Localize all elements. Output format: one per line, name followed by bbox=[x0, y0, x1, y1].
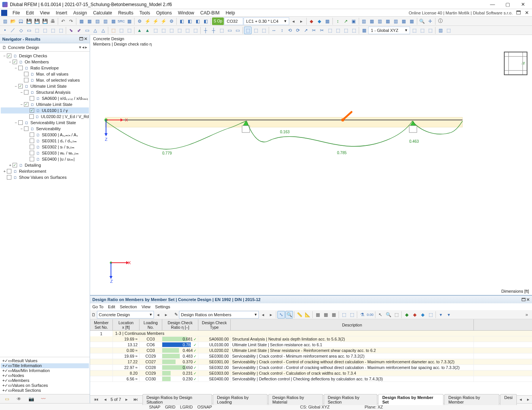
nb3-icon[interactable]: 📷 bbox=[27, 395, 35, 403]
navigator-tree[interactable]: −✓🗋Design Checks−✓🗋On Members−🗋Ratio Env… bbox=[0, 52, 90, 357]
tree-item[interactable]: 🗋SE0400 | |u / uₗᵢₘ| bbox=[1, 156, 89, 162]
undo-icon[interactable]: ↶ bbox=[59, 17, 67, 25]
rt-menu-go-to[interactable]: Go To bbox=[92, 304, 103, 309]
t2-icon[interactable]: ◧ bbox=[186, 17, 193, 25]
tree-item[interactable]: −✓🗋Design Checks bbox=[1, 53, 89, 59]
info-icon[interactable]: ⓘ bbox=[437, 17, 444, 25]
c2-icon[interactable]: ⬚ bbox=[418, 27, 426, 34]
tree-item[interactable]: 🗋Max. of selected values bbox=[1, 77, 89, 83]
table-row[interactable]: 13.12CO60.785✓UL0100.00Ultimate Limit St… bbox=[90, 342, 532, 348]
tree-item[interactable]: 🗋Show Values on Surfaces bbox=[1, 174, 89, 180]
nav-bottom-item[interactable]: +✓▭Result Values bbox=[1, 358, 89, 363]
m3-icon[interactable]: ⟲ bbox=[286, 27, 294, 34]
table-row[interactable]: 0.00 ≈CO30.464✓UL0200.02Ultimate Limit S… bbox=[90, 348, 532, 353]
nav-bottom-item[interactable]: +✓▭Max/Min Information bbox=[1, 368, 89, 373]
n6-icon[interactable]: ⬚ bbox=[41, 27, 49, 34]
navigator-type-combo[interactable]: 🗋Concrete Design ▾◂▸ bbox=[0, 43, 90, 52]
mdi-close-button[interactable]: ✕ bbox=[522, 9, 531, 17]
rtb10-icon[interactable]: ⚗ bbox=[358, 311, 366, 319]
k7-icon[interactable]: ⬚ bbox=[252, 27, 260, 34]
sop-button[interactable]: S Op bbox=[212, 17, 224, 25]
new-icon[interactable]: ▥ bbox=[1, 17, 9, 25]
view7-icon[interactable]: ▦ bbox=[125, 17, 133, 25]
rt-combo2[interactable]: Design Ratios on Members▾ bbox=[179, 311, 259, 319]
menu-window[interactable]: Window bbox=[175, 9, 197, 16]
column-header[interactable]: LoadingNo. bbox=[139, 319, 162, 330]
rtb1-icon[interactable]: ⤡ bbox=[277, 311, 285, 319]
t1-icon[interactable]: ◧ bbox=[178, 17, 185, 25]
view5-icon[interactable]: ▦ bbox=[109, 17, 117, 25]
bottom-tab[interactable]: Design Ratios by Design Situation bbox=[142, 394, 212, 405]
n3-icon[interactable]: ◇ bbox=[17, 27, 25, 34]
rtb-overflow-icon[interactable]: » bbox=[523, 311, 530, 319]
m9-icon[interactable]: ⬚ bbox=[334, 27, 342, 34]
nav-bottom-item[interactable]: +✓▭Values on Surfaces bbox=[1, 383, 89, 388]
m5-icon[interactable]: ↗ bbox=[302, 27, 310, 34]
nav-next-icon[interactable]: ▸ bbox=[85, 45, 87, 50]
s7-icon[interactable]: ⬚ bbox=[184, 27, 191, 34]
m8-icon[interactable]: ⬚ bbox=[326, 27, 334, 34]
table-row[interactable]: 17.22CO270.370✓SE0301.00Serviceability |… bbox=[90, 359, 532, 365]
rtb8-icon[interactable]: ⬚ bbox=[340, 311, 348, 319]
d3-icon[interactable]: ▥ bbox=[376, 17, 384, 25]
m4-icon[interactable]: ⟳ bbox=[294, 27, 302, 34]
menu-view[interactable]: View bbox=[37, 9, 53, 16]
prev-icon[interactable]: ◂ bbox=[290, 17, 297, 25]
tree-item[interactable]: −🗋Ratio Envelope bbox=[1, 65, 89, 71]
nav-bottom-item[interactable]: +✓▭Result Sections bbox=[1, 388, 89, 393]
tree-item[interactable]: ✓🗋UL0100 | 1 / γ bbox=[1, 107, 89, 114]
tree-item[interactable]: 🗋SA0600 | x/dₑₓᵢₛₜ / x/dₗᵢₘᵢₜ bbox=[1, 95, 89, 101]
d4-icon[interactable]: ▦ bbox=[384, 17, 392, 25]
nb1-icon[interactable]: ▭ bbox=[3, 395, 11, 403]
nav-prev-icon[interactable]: ◂ bbox=[82, 45, 84, 50]
tabs-scroll-right-icon[interactable]: ▸ bbox=[524, 396, 532, 403]
rt-dock-icon[interactable]: 🗖 bbox=[521, 297, 526, 302]
view1-icon[interactable]: ▦ bbox=[78, 17, 85, 25]
calc4-icon[interactable]: ⚡ bbox=[160, 17, 167, 25]
column-header[interactable]: Design CheckRatio η [–] bbox=[162, 319, 198, 330]
o1-icon[interactable]: ⬚ bbox=[109, 27, 117, 34]
k2-icon[interactable]: ┼ bbox=[210, 27, 217, 34]
d7-icon[interactable]: ▦ bbox=[408, 17, 416, 25]
rtb4-icon[interactable]: 📐 bbox=[304, 311, 311, 319]
bottom-tab[interactable]: Design Ratios by Loading bbox=[213, 394, 268, 405]
k5-icon[interactable]: ▭ bbox=[234, 27, 241, 34]
k1-icon[interactable]: ┼ bbox=[202, 27, 209, 34]
calc5-icon[interactable]: ⚙ bbox=[168, 17, 175, 25]
tree-item[interactable]: 🗋SE0302 | sₗ / sₗ,ₗᵢₘ bbox=[1, 144, 89, 150]
rt-menu-edit[interactable]: Edit bbox=[108, 304, 115, 309]
s5-icon[interactable]: ⬚ bbox=[168, 27, 175, 34]
rtb16-icon[interactable]: ◆ bbox=[411, 311, 418, 319]
rtb19-icon[interactable]: ▾ bbox=[437, 311, 445, 319]
nb2-icon[interactable]: 👁 bbox=[15, 395, 23, 403]
s8-icon[interactable]: ⬚ bbox=[192, 27, 199, 34]
table-row[interactable]: 19.69 ≈CO30.681✓SA0600.00Structural Anal… bbox=[90, 336, 532, 342]
tree-item[interactable]: 🗋SE0301 | dₛ / dₛ,ₗᵢₘ bbox=[1, 138, 89, 144]
mdi-restore-button[interactable]: 🗖 bbox=[514, 9, 522, 17]
menu-insert[interactable]: Insert bbox=[53, 9, 70, 16]
r2-icon[interactable]: ◆ bbox=[316, 17, 323, 25]
column-header[interactable]: Locationx [ft] bbox=[113, 319, 139, 330]
m7-icon[interactable]: ✂ bbox=[318, 27, 326, 34]
page-next-icon[interactable]: ▸ bbox=[123, 396, 130, 403]
save-icon[interactable]: 💾 bbox=[25, 17, 33, 25]
view3-icon[interactable]: ▤ bbox=[93, 17, 101, 25]
view-cube[interactable]: -Y bbox=[504, 52, 527, 75]
r3-icon[interactable]: ▦ bbox=[324, 17, 331, 25]
tree-item[interactable]: −✓🗋Ultimate Limit State bbox=[1, 83, 89, 89]
k4-icon[interactable]: ▭ bbox=[226, 27, 233, 34]
tree-item[interactable]: −🗋Serviceability bbox=[1, 126, 89, 132]
dock-icon[interactable]: 🗖 bbox=[79, 36, 83, 41]
menu-tools[interactable]: Tools bbox=[136, 9, 153, 16]
model-viewport[interactable]: -Y X Z 0.779 bbox=[90, 48, 532, 295]
tree-item[interactable]: −🗋Structural Analysis bbox=[1, 89, 89, 95]
g3-icon[interactable]: ▣ bbox=[350, 17, 358, 25]
menu-assign[interactable]: Assign bbox=[70, 9, 90, 16]
rtb9-icon[interactable]: ⬚ bbox=[348, 311, 356, 319]
t3-icon[interactable]: ◧ bbox=[194, 17, 201, 25]
n7-icon[interactable]: ⬚ bbox=[49, 27, 57, 34]
tree-item[interactable]: 🗋SE0300 | Aₛ,ₘᵢₙ / Aₛ bbox=[1, 132, 89, 138]
bottom-tab[interactable]: Design Ratios by Material bbox=[268, 394, 323, 405]
p5-icon[interactable]: △ bbox=[99, 27, 107, 34]
column-header[interactable]: MemberSet No. bbox=[90, 319, 113, 330]
